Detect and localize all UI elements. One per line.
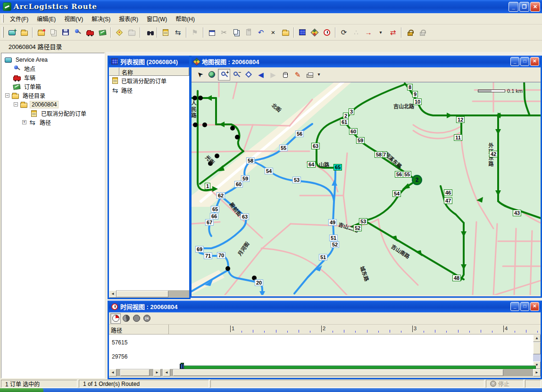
save-button[interactable] [60, 27, 71, 38]
map-window-titlebar[interactable]: 地图视图 : 20060804 _ □ ✕ [192, 56, 541, 67]
time-close-button[interactable]: ✕ [530, 302, 539, 311]
print-dropdown-button[interactable]: ▾ [316, 69, 322, 81]
unassigned-orders-button[interactable] [160, 27, 171, 38]
close-button[interactable]: ✕ [530, 2, 540, 12]
lock-button[interactable] [404, 27, 416, 38]
sequence-dropdown-button[interactable]: ▾ [375, 27, 386, 38]
map-stop-blue-51[interactable]: 51 [329, 235, 338, 241]
zoom-to-selected-button[interactable] [242, 69, 255, 81]
zoom-in-button[interactable]: + [218, 69, 230, 81]
time-maximize-button[interactable]: □ [520, 302, 529, 311]
map-stop-green-12[interactable]: 12 [456, 116, 465, 123]
paste-button[interactable] [243, 27, 254, 38]
map-stop-green-56[interactable]: 56 [395, 171, 403, 178]
map-stop-blue-20[interactable]: 20 [255, 279, 263, 286]
list-row[interactable]: ⇆路径 [109, 85, 189, 95]
timeline-scroll-right-icon[interactable]: ► [533, 369, 541, 376]
restore-button[interactable]: ❐ [519, 2, 529, 12]
minimize-button[interactable]: _ [509, 2, 518, 12]
find-button[interactable] [143, 27, 154, 38]
list-window-titlebar[interactable]: 列表视图 (20060804) [109, 56, 189, 67]
tree-item-20060804[interactable]: −20060804 [1, 100, 104, 109]
unlock-button[interactable] [417, 27, 428, 38]
sequence-button[interactable]: → [363, 27, 374, 38]
undo-button[interactable]: ↶ [255, 27, 267, 38]
build-routes-button[interactable]: ⟳ [338, 27, 350, 38]
time-hscrollbar[interactable]: ◄ ► ◄ ► [109, 369, 541, 376]
map-stop-green-2[interactable]: 2 [343, 113, 349, 119]
unassigned-order-dot[interactable] [215, 154, 219, 158]
time-view-button[interactable] [321, 27, 333, 38]
map-stop-green-55[interactable]: 55 [403, 171, 411, 178]
new-folder-button[interactable] [35, 27, 47, 38]
scroll-up-icon[interactable]: ▲ [533, 335, 541, 342]
list-view-button[interactable] [297, 27, 308, 38]
unassigned-order-dot[interactable] [202, 122, 207, 127]
timeline-scroll-left-icon[interactable]: ◄ [163, 369, 170, 376]
menu-item-0[interactable]: 文件(F) [6, 13, 33, 24]
move-to-folder-button[interactable] [280, 27, 291, 38]
zoom-quarter-button[interactable] [110, 313, 121, 324]
map-stop-blue-62[interactable]: 62 [217, 192, 225, 199]
tree-item-service-area[interactable]: Service Area [1, 55, 104, 64]
collapse-minus-icon[interactable]: − [14, 102, 18, 106]
stop-button[interactable]: ✕ 停止 [486, 380, 524, 388]
map-stop-green-43[interactable]: 43 [513, 210, 521, 216]
pan-button[interactable] [279, 69, 292, 81]
select-pointer-button[interactable]: ➤ [193, 69, 206, 81]
properties-button[interactable] [206, 27, 217, 38]
vehicles-button[interactable] [84, 27, 96, 38]
map-stop-green-1[interactable]: 1 [205, 183, 210, 189]
map-stop-green-61[interactable]: 61 [340, 119, 349, 125]
copy-special-button[interactable] [48, 27, 59, 38]
unassigned-order-dot[interactable] [230, 126, 235, 131]
left-pane-hscroll-thumb[interactable] [120, 369, 150, 376]
map-depot-marker[interactable]: 2 [412, 175, 422, 185]
map-maximize-button[interactable]: □ [520, 57, 529, 66]
print-button[interactable] [304, 69, 316, 81]
time-rows-area[interactable]: ▲ ▼ 5761529756 [109, 335, 541, 369]
open-project-button[interactable] [18, 27, 30, 38]
delete-button[interactable]: × [267, 27, 279, 38]
map-stop-blue-51[interactable]: 51 [319, 254, 327, 261]
time-window-titlebar[interactable]: 时间视图 : 20060804 _ □ ✕ [109, 301, 541, 312]
map-stop-green-8[interactable]: 8 [407, 84, 413, 90]
tree-item-地点[interactable]: 地点 [1, 64, 104, 73]
new-project-button[interactable]: + [6, 27, 17, 38]
unassigned-order-dot[interactable] [193, 122, 198, 127]
map-stop-green-64[interactable]: 64 [307, 161, 316, 168]
map-stop-green-42[interactable]: 42 [489, 151, 498, 157]
map-stop-blue-65[interactable]: 65 [211, 206, 219, 212]
menu-item-2[interactable]: 视图(V) [60, 13, 87, 24]
list-col-name[interactable]: 名称 [119, 67, 189, 76]
tree-item-车辆[interactable]: 车辆 [1, 73, 104, 82]
tree-item-订单箱[interactable]: 订单箱 [1, 82, 104, 91]
map-stop-green-53[interactable]: 53 [359, 218, 367, 225]
forward-extent-button[interactable]: ▶ [267, 69, 279, 81]
map-stop-green-59[interactable]: 59 [356, 137, 365, 144]
map-stop-blue-54[interactable]: 54 [265, 168, 273, 174]
map-stop-blue-70[interactable]: 70 [217, 252, 225, 259]
list-hscrollbar[interactable]: ◄ [109, 290, 189, 298]
order-box-button[interactable] [97, 27, 108, 38]
expand-plus-icon[interactable]: + [22, 120, 26, 124]
cut-button[interactable]: ✂ [218, 27, 230, 38]
time-vscrollbar[interactable]: ▲ ▼ [533, 335, 541, 369]
timeline-hscroll-thumb[interactable] [173, 369, 503, 376]
scroll-left-icon[interactable]: ◄ [109, 290, 117, 298]
map-stop-green-3[interactable]: 3 [349, 108, 354, 115]
tree-item-路径目录[interactable]: −路径目录 [1, 91, 104, 100]
export-orders-button[interactable] [126, 27, 137, 38]
import-orders-button[interactable] [114, 27, 125, 38]
map-stop-green-54[interactable]: 54 [392, 190, 401, 197]
list-hscroll-thumb[interactable] [117, 291, 168, 297]
map-stop-blue-49[interactable]: 49 [328, 219, 337, 226]
map-stop-blue-63[interactable]: 63 [241, 213, 249, 220]
unassigned-order-dot[interactable] [225, 266, 230, 271]
map-stop-green-48[interactable]: 48 [452, 275, 461, 281]
tree-item-已取消分配的订单[interactable]: 已取消分配的订单 [1, 109, 104, 118]
map-stop-green-11[interactable]: 11 [454, 134, 462, 141]
map-stop-green-9[interactable]: 9 [412, 91, 418, 98]
partial-row-marker[interactable] [180, 364, 184, 369]
map-stop-blue-53[interactable]: 53 [292, 177, 301, 183]
